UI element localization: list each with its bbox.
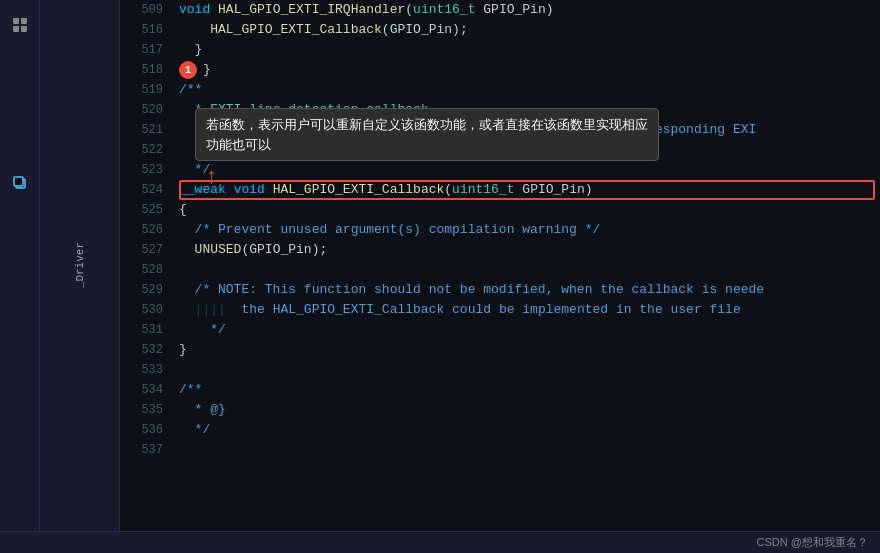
svg-rect-0 [13,18,19,24]
code-line-532: 532 } [120,340,880,360]
code-line-531: 531 */ [120,320,880,340]
sidebar-icon-copy[interactable] [5,168,35,198]
code-line-527: 527 UNUSED(GPIO_Pin); [120,240,880,260]
line-content-516: HAL_GPIO_EXTI_Callback(GPIO_Pin); [175,20,880,40]
line-content-531: */ [175,320,880,340]
line-num-530: 530 [120,300,175,320]
line-content-523: */ [175,160,880,180]
line-content-536: */ [175,420,880,440]
line-num-522: 522 [120,140,175,160]
line-num-517: 517 [120,40,175,60]
bottom-bar-text: CSDN @想和我重名？ [757,535,868,550]
code-line-530: 530 |||| the HAL_GPIO_EXTI_Callback coul… [120,300,880,320]
svg-rect-5 [14,177,23,186]
line-num-524: 524 [120,180,175,200]
svg-rect-2 [13,26,19,32]
code-line-533: 533 [120,360,880,380]
code-line-519: 519 /** [120,80,880,100]
code-line-518: 518 1} [120,60,880,80]
sidebar-icon-1[interactable] [5,10,35,40]
code-line-517: 517 } [120,40,880,60]
line-num-532: 532 [120,340,175,360]
annotation-badge: 1 [179,61,197,79]
code-line-516: 516 HAL_GPIO_EXTI_Callback(GPIO_Pin); [120,20,880,40]
line-num-535: 535 [120,400,175,420]
line-num-520: 520 [120,100,175,120]
code-line-537: 537 [120,440,880,460]
left-panel-label: _Driver [74,242,86,288]
line-num-519: 519 [120,80,175,100]
code-line-509: 509 void HAL_GPIO_EXTI_IRQHandler(uint16… [120,0,880,20]
code-line-528: 528 [120,260,880,280]
code-area: 若函数，表示用户可以重新自定义该函数功能，或者直接在该函数里实现相应 功能也可以… [120,0,880,531]
line-num-534: 534 [120,380,175,400]
line-content-537 [175,440,880,460]
line-num-526: 526 [120,220,175,240]
line-content-534: /** [175,380,880,400]
svg-rect-1 [21,18,27,24]
line-num-527: 527 [120,240,175,260]
line-num-537: 537 [120,440,175,460]
line-content-533 [175,360,880,380]
code-line-524: 524 __weak void HAL_GPIO_EXTI_Callback(u… [120,180,880,200]
line-num-523: 523 [120,160,175,180]
line-content-527: UNUSED(GPIO_Pin); [175,240,880,260]
line-content-509: void HAL_GPIO_EXTI_IRQHandler(uint16_t G… [175,0,880,20]
line-num-516: 516 [120,20,175,40]
line-num-529: 529 [120,280,175,300]
code-line-529: 529 /* NOTE: This function should not be… [120,280,880,300]
sidebar [0,0,40,531]
line-num-521: 521 [120,120,175,140]
line-content-519: /** [175,80,880,100]
line-num-533: 533 [120,360,175,380]
line-content-532: } [175,340,880,360]
line-content-528 [175,260,880,280]
line-content-517: } [175,40,880,60]
tooltip-text2: 功能也可以 [206,137,271,152]
left-panel: _Driver [40,0,120,531]
editor-container: _Driver 若函数，表示用户可以重新自定义该函数功能，或者直接在该函数里实现… [0,0,880,531]
line-num-528: 528 [120,260,175,280]
line-content-518: 1} [175,60,880,80]
line-content-524: __weak void HAL_GPIO_EXTI_Callback(uint1… [175,180,880,200]
line-content-526: /* Prevent unused argument(s) compilatio… [175,220,880,240]
line-content-529: /* NOTE: This function should not be mod… [175,280,880,300]
bottom-bar: CSDN @想和我重名？ [0,531,880,553]
line-content-525: { [175,200,880,220]
line-content-530: |||| the HAL_GPIO_EXTI_Callback could be… [175,300,880,320]
line-num-518: 518 [120,60,175,80]
code-line-536: 536 */ [120,420,880,440]
tooltip-box: 若函数，表示用户可以重新自定义该函数功能，或者直接在该函数里实现相应 功能也可以 [195,108,659,161]
line-num-531: 531 [120,320,175,340]
line-num-536: 536 [120,420,175,440]
code-line-523: 523 */ [120,160,880,180]
line-content-535: * @} [175,400,880,420]
line-num-509: 509 [120,0,175,20]
code-line-525: 525 { [120,200,880,220]
code-line-534: 534 /** [120,380,880,400]
code-line-526: 526 /* Prevent unused argument(s) compil… [120,220,880,240]
tooltip-text1: 若函数，表示用户可以重新自定义该函数功能，或者直接在该函数里实现相应 [206,117,648,132]
tooltip-arrow: ↑ [205,165,218,190]
svg-rect-3 [21,26,27,32]
code-line-535: 535 * @} [120,400,880,420]
line-num-525: 525 [120,200,175,220]
